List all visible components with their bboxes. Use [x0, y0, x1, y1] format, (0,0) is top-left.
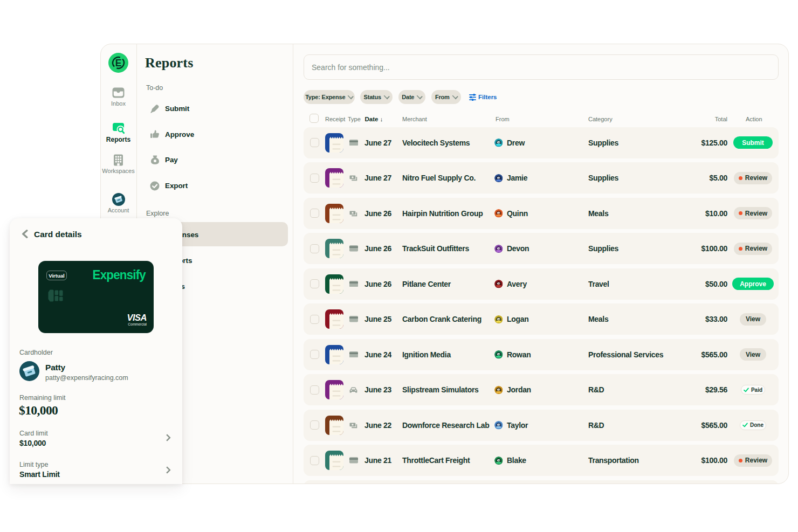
svg-text:E: E — [115, 58, 122, 68]
